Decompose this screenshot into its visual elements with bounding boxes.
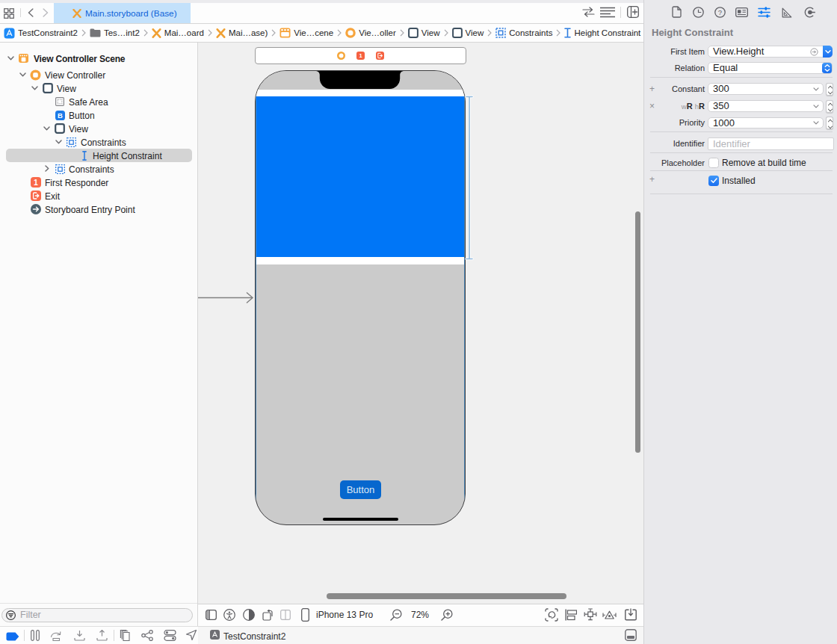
svg-text:B: B bbox=[58, 111, 63, 120]
svg-text:1: 1 bbox=[34, 178, 38, 187]
svg-text:?: ? bbox=[718, 8, 722, 16]
